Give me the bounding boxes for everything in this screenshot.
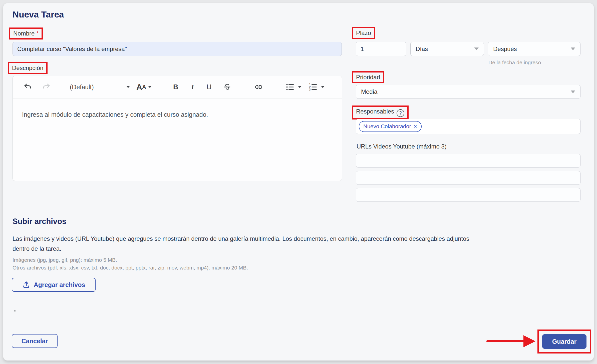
plazo-amount-input[interactable] bbox=[356, 42, 406, 56]
youtube-urls-label: URLs Videos Youtube (máximo 3) bbox=[357, 143, 447, 150]
plazo-helper-text: De la fecha de ingreso bbox=[488, 60, 541, 66]
italic-button[interactable]: I bbox=[191, 83, 194, 91]
font-size-small-a: A bbox=[142, 84, 146, 90]
editor-toolbar: (Default) A A B I U 123 bbox=[13, 76, 342, 98]
chevron-down-icon[interactable] bbox=[298, 86, 302, 88]
descripcion-label: Descripción bbox=[12, 64, 43, 71]
plazo-relation-value: Después bbox=[493, 46, 517, 52]
task-name-input[interactable] bbox=[13, 42, 342, 56]
guardar-annotation-box: Guardar bbox=[537, 330, 591, 354]
plazo-unit-value: Días bbox=[416, 46, 428, 52]
add-files-button[interactable]: Agregar archivos bbox=[12, 278, 96, 292]
link-icon[interactable] bbox=[254, 82, 263, 92]
annotation-arrow-head bbox=[523, 335, 535, 347]
upload-section-title: Subir archivos bbox=[13, 217, 66, 226]
add-files-label: Agregar archivos bbox=[34, 281, 85, 288]
plazo-unit-select[interactable]: Días bbox=[410, 42, 484, 56]
descripcion-label-annotation: Descripción bbox=[8, 62, 48, 74]
description-editor-content[interactable]: Ingresa al módulo de capacitaciones y co… bbox=[13, 98, 342, 118]
assignee-tag[interactable]: Nuevo Colaborador × bbox=[359, 121, 422, 132]
chevron-down-icon bbox=[474, 48, 479, 50]
prioridad-label-annotation: Prioridad bbox=[352, 71, 384, 83]
svg-text:3: 3 bbox=[309, 88, 311, 91]
upload-description-line1: Las imágenes y videos (URL Youtube) que … bbox=[13, 234, 503, 244]
prioridad-label: Prioridad bbox=[356, 74, 380, 80]
chevron-down-icon bbox=[126, 86, 130, 88]
responsables-label: Responsables? bbox=[356, 108, 404, 115]
upload-hint-files: Otros archivos (pdf, xls, xlsx, csv, txt… bbox=[13, 265, 248, 271]
youtube-url-input-1[interactable] bbox=[356, 154, 580, 168]
font-size-big-a: A bbox=[136, 82, 142, 92]
underline-button[interactable]: U bbox=[206, 83, 211, 91]
chevron-down-icon bbox=[148, 86, 152, 88]
youtube-url-input-3[interactable] bbox=[356, 188, 580, 202]
stray-dot bbox=[14, 310, 16, 312]
strikethrough-icon[interactable] bbox=[223, 83, 231, 91]
prioridad-value: Media bbox=[361, 88, 377, 95]
chevron-down-icon[interactable] bbox=[321, 86, 325, 88]
description-editor: (Default) A A B I U 123 Ingresa al módul… bbox=[13, 76, 342, 181]
upload-description: Las imágenes y videos (URL Youtube) que … bbox=[13, 234, 503, 254]
youtube-url-input-2[interactable] bbox=[356, 171, 580, 185]
upload-description-line2: dentro de la tarea. bbox=[13, 244, 503, 254]
nombre-label: Nombre * bbox=[13, 30, 39, 37]
annotation-arrow-line bbox=[486, 340, 524, 342]
assignee-tag-label: Nuevo Colaborador bbox=[363, 123, 411, 130]
redo-icon[interactable] bbox=[42, 82, 51, 92]
page-title: Nueva Tarea bbox=[13, 10, 64, 20]
font-size-dropdown[interactable]: A A bbox=[136, 82, 152, 92]
save-button[interactable]: Guardar bbox=[542, 334, 586, 349]
plazo-label-annotation: Plazo bbox=[352, 27, 375, 39]
cancel-button[interactable]: Cancelar bbox=[12, 334, 58, 348]
prioridad-select[interactable]: Media bbox=[356, 85, 580, 99]
plazo-label: Plazo bbox=[356, 30, 371, 36]
bullet-list-icon[interactable] bbox=[285, 82, 294, 92]
nombre-label-annotation: Nombre * bbox=[9, 28, 43, 40]
chevron-down-icon bbox=[571, 90, 575, 93]
chevron-down-icon bbox=[571, 48, 575, 50]
remove-tag-icon[interactable]: × bbox=[414, 123, 417, 130]
help-icon[interactable]: ? bbox=[397, 109, 404, 117]
paragraph-style-dropdown[interactable]: (Default) bbox=[70, 84, 130, 91]
responsables-input[interactable]: Nuevo Colaborador × bbox=[356, 119, 580, 134]
responsables-label-annotation: Responsables? bbox=[352, 106, 409, 120]
numbered-list-icon[interactable]: 123 bbox=[309, 82, 318, 92]
upload-hint-images: Imágenes (jpg, jpeg, gif, png): máximo 5… bbox=[13, 257, 117, 263]
undo-icon[interactable] bbox=[23, 82, 32, 92]
bold-button[interactable]: B bbox=[173, 83, 178, 91]
required-asterisk: * bbox=[36, 30, 39, 37]
paragraph-style-value: (Default) bbox=[70, 84, 94, 91]
plazo-relation-select[interactable]: Después bbox=[488, 42, 580, 56]
